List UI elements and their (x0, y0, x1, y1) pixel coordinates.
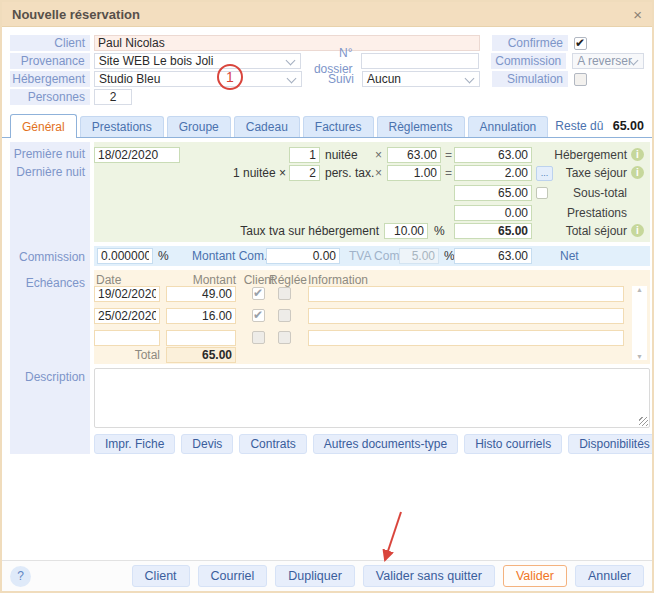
echeance-total-label: Total (94, 347, 160, 363)
commission-value: A reverser (577, 54, 632, 68)
pers-tax-price-input[interactable] (387, 165, 441, 181)
close-icon[interactable]: × (633, 7, 642, 22)
net-input[interactable] (454, 248, 532, 264)
premiere-nuit-label: Première nuit (14, 147, 85, 161)
devis-button[interactable]: Devis (181, 434, 233, 454)
commission-rate-input[interactable] (97, 248, 153, 264)
echeance-reglee-checkbox[interactable] (278, 309, 291, 322)
echeance-date-input[interactable] (94, 330, 160, 346)
taxe-sejour-amount-input[interactable] (454, 165, 532, 181)
sejour-section: nuitée × = Hébergement i 1 nuitée × pers… (94, 142, 650, 242)
taux-tva-input[interactable] (384, 223, 428, 239)
equals-sign: = (445, 147, 452, 163)
echeance-montant-input[interactable] (166, 308, 236, 324)
section-label-column: Première nuit Dernière nuit Commission E… (10, 142, 90, 454)
personnes-input[interactable] (94, 89, 132, 105)
resize-grip-icon[interactable] (639, 417, 648, 426)
echeance-reglee-checkbox[interactable] (278, 331, 291, 344)
provenance-select[interactable]: Site WEB Le bois Joli (94, 53, 301, 69)
echeance-montant-input[interactable] (166, 286, 236, 302)
echeance-date-input[interactable] (94, 286, 160, 302)
nuitee-qty-input[interactable] (289, 147, 320, 163)
echeances-section: Date Montant Client Réglée Information T… (94, 270, 650, 364)
commission-select[interactable]: A reverser (572, 53, 644, 69)
echeance-info-input[interactable] (308, 308, 624, 324)
nuitee-price-input[interactable] (387, 147, 441, 163)
simulation-label: Simulation (492, 71, 568, 87)
echeance-client-checkbox[interactable] (252, 331, 265, 344)
tab-factures[interactable]: Factures (303, 116, 374, 137)
hebergement-amount-label: Hébergement (494, 147, 627, 163)
valider-button[interactable]: Valider (503, 565, 567, 587)
suivi-select[interactable]: Aucun (362, 71, 480, 87)
hebergement-label: Hébergement (10, 71, 90, 87)
suivi-value: Aucun (367, 72, 401, 86)
confirmee-checkbox[interactable] (574, 37, 587, 50)
tab-cadeau[interactable]: Cadeau (234, 116, 300, 137)
taxe-sejour-more-button[interactable]: ... (536, 166, 553, 181)
echeance-total-input[interactable] (166, 347, 236, 363)
document-buttons-row: Impr. Fiche Devis Contrats Autres docume… (94, 434, 650, 454)
info-icon[interactable]: i (631, 148, 644, 161)
footer-bar: ? Client Courriel Dupliquer Valider sans… (2, 560, 652, 591)
taxe-sejour-label: Taxe séjour (554, 165, 627, 181)
chevron-down-icon (465, 74, 475, 84)
tab-bar: Général Prestations Groupe Cadeau Factur… (2, 114, 652, 138)
info-icon[interactable]: i (631, 166, 644, 179)
tva-com-input[interactable] (399, 248, 439, 264)
tab-reglements[interactable]: Règlements (377, 116, 465, 137)
commission-label: Commission (491, 53, 567, 69)
tab-prestations[interactable]: Prestations (80, 116, 164, 137)
commission-section: % Montant Com. TVA Com. % Net (94, 246, 650, 266)
impr-fiche-button[interactable]: Impr. Fiche (94, 434, 175, 454)
info-icon[interactable]: i (631, 224, 644, 237)
nuitee-count-prefix: 1 nuitée × (194, 165, 286, 181)
annuler-button[interactable]: Annuler (575, 565, 644, 587)
simulation-checkbox[interactable] (574, 73, 587, 86)
tab-annulation[interactable]: Annulation (468, 116, 549, 137)
tab-general[interactable]: Général (10, 114, 77, 138)
echeance-reglee-checkbox[interactable] (278, 287, 291, 300)
pers-tax-qty-input[interactable] (289, 165, 320, 181)
client-input[interactable] (94, 35, 480, 51)
reservation-header-form: Client Confirmée Provenance Site WEB Le … (10, 27, 644, 105)
description-textarea[interactable] (94, 368, 650, 428)
disponibilites-button[interactable]: Disponibilités (568, 434, 654, 454)
echeance-date-input[interactable] (94, 308, 160, 324)
contrats-button[interactable]: Contrats (239, 434, 306, 454)
suivi-label: Suivi (304, 71, 354, 87)
echeance-montant-input[interactable] (166, 330, 236, 346)
echeances-scrollbar[interactable]: ▲ ▼ (632, 286, 647, 360)
percent-sign: % (158, 248, 169, 264)
echeance-info-input[interactable] (308, 330, 624, 346)
montant-com-input[interactable] (266, 248, 340, 264)
dossier-input[interactable] (361, 53, 479, 69)
echeance-info-input[interactable] (308, 286, 624, 302)
scroll-up-icon[interactable]: ▲ (632, 286, 647, 293)
confirmee-label: Confirmée (492, 35, 568, 51)
valider-sans-quitter-button[interactable]: Valider sans quitter (363, 565, 495, 587)
client-label: Client (10, 35, 90, 51)
derniere-nuit-label: Dernière nuit (16, 165, 85, 179)
personnes-row: Personnes (10, 89, 644, 105)
scroll-down-icon[interactable]: ▼ (632, 353, 647, 360)
tab-groupe[interactable]: Groupe (167, 116, 231, 137)
premiere-nuit-date-input[interactable] (94, 147, 180, 163)
new-reservation-dialog: Nouvelle réservation × Client Confirmée … (0, 0, 654, 593)
echeance-client-checkbox[interactable] (252, 309, 265, 322)
hebergement-select[interactable]: Studio Bleu (94, 71, 302, 87)
dupliquer-button[interactable]: Dupliquer (275, 565, 355, 587)
client-button[interactable]: Client (132, 565, 190, 587)
footer-buttons: Client Courriel Dupliquer Valider sans q… (132, 565, 644, 587)
equals-sign: = (445, 165, 452, 181)
chevron-down-icon (287, 74, 297, 84)
help-button[interactable]: ? (10, 566, 31, 587)
histo-courriels-button[interactable]: Histo courriels (464, 434, 562, 454)
courriel-button[interactable]: Courriel (198, 565, 268, 587)
personnes-label: Personnes (10, 89, 90, 105)
tva-com-label: TVA Com. (349, 248, 403, 264)
total-sejour-label: Total séjour (494, 223, 627, 239)
autres-documents-type-button[interactable]: Autres documents-type (313, 434, 458, 454)
nuitee-unit-label: nuitée (325, 147, 358, 163)
echeance-client-checkbox[interactable] (252, 287, 265, 300)
